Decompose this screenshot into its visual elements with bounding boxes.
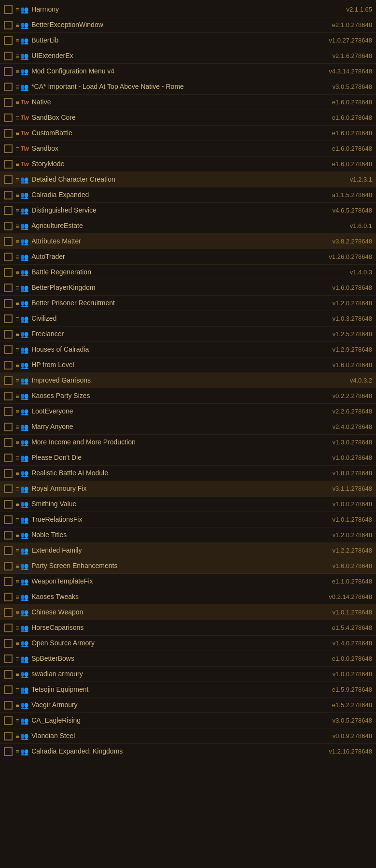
mod-row[interactable]: ≡👥WeaponTemplateFixe1.1.0.278648 bbox=[0, 574, 376, 589]
mod-checkbox[interactable] bbox=[4, 608, 13, 617]
mod-row[interactable]: ≡👥Distinguished Servicev4.6.5.278648 bbox=[0, 203, 376, 218]
mod-checkbox[interactable] bbox=[4, 732, 13, 740]
mod-row[interactable]: ≡👥Mod Configuration Menu v4v4.3.14.27864… bbox=[0, 64, 376, 79]
mod-checkbox[interactable] bbox=[4, 392, 13, 400]
mod-row[interactable]: ≡👥Vlandian Steelv0.0.9.278648 bbox=[0, 728, 376, 744]
mod-row[interactable]: ≡👥swadian armouryv1.0.0.278648 bbox=[0, 667, 376, 682]
mod-row[interactable]: ≡👥Chinese Weaponv1.0.1.278648 bbox=[0, 605, 376, 620]
mod-row[interactable]: ≡👥Freelancerv1.2.5.278648 bbox=[0, 327, 376, 342]
mod-checkbox[interactable] bbox=[4, 685, 13, 694]
mod-checkbox[interactable] bbox=[4, 469, 13, 478]
mod-row[interactable]: ≡👥BetterExceptionWindowe2.1.0.278648 bbox=[0, 17, 376, 33]
mod-row[interactable]: ≡👥Party Screen Enhancementsv1.6.0.278648 bbox=[0, 558, 376, 574]
mod-row[interactable]: ≡👥Harmonyv2.1.1.65 bbox=[0, 2, 376, 17]
drag-icon: ≡ bbox=[15, 129, 18, 137]
mod-row[interactable]: ≡👥Marry Anyonev2.4.0.278648 bbox=[0, 419, 376, 435]
mod-row[interactable]: ≡👥BetterPlayerKingdomv1.6.0.278648 bbox=[0, 280, 376, 296]
mod-row[interactable]: ≡👥LootEveryonev2.2.6.278648 bbox=[0, 404, 376, 419]
mod-row[interactable]: ≡👥Smithing Valuev1.0.0.278648 bbox=[0, 497, 376, 512]
mod-checkbox[interactable] bbox=[4, 222, 13, 230]
mod-row[interactable]: ≡👥Realistic Battle AI Modulev1.8.8.27864… bbox=[0, 466, 376, 481]
mod-checkbox[interactable] bbox=[4, 639, 13, 648]
mod-checkbox[interactable] bbox=[4, 454, 13, 462]
mod-checkbox[interactable] bbox=[4, 299, 13, 308]
mod-row[interactable]: ≡👥UIExtenderExv2.1.6.278648 bbox=[0, 48, 376, 64]
mod-row[interactable]: ≡👥HP from Levelv1.6.0.278648 bbox=[0, 357, 376, 373]
mod-row[interactable]: ≡TwSandboxe1.6.0.278648 bbox=[0, 141, 376, 157]
mod-row[interactable]: ≡👥Royal Armoury Fixv3.1.1.278648 bbox=[0, 481, 376, 497]
mod-checkbox[interactable] bbox=[4, 67, 13, 76]
mod-row[interactable]: ≡👥Attributes Matterv3.8.2.278648 bbox=[0, 234, 376, 249]
mod-checkbox[interactable] bbox=[4, 345, 13, 354]
mod-row[interactable]: ≡👥Kaoses Tweaksv0.2.14.278648 bbox=[0, 589, 376, 605]
mod-checkbox[interactable] bbox=[4, 407, 13, 416]
mod-row[interactable]: ≡👥Tetsojin Equipmente1.5.9.278648 bbox=[0, 682, 376, 697]
mod-checkbox[interactable] bbox=[4, 562, 13, 570]
mod-checkbox[interactable] bbox=[4, 191, 13, 199]
mod-row[interactable]: ≡👥AgricultureEstatev1.6.0.1 bbox=[0, 218, 376, 234]
mod-row[interactable]: ≡👥Calradia Expandeda1.1.5.278648 bbox=[0, 187, 376, 203]
mod-checkbox[interactable] bbox=[4, 114, 13, 122]
mod-checkbox[interactable] bbox=[4, 593, 13, 601]
mod-checkbox[interactable] bbox=[4, 531, 13, 540]
mod-checkbox[interactable] bbox=[4, 21, 13, 29]
mod-checkbox[interactable] bbox=[4, 175, 13, 184]
mod-checkbox[interactable] bbox=[4, 670, 13, 679]
mod-row[interactable]: ≡👥Noble Titlesv1.2.0.278648 bbox=[0, 527, 376, 543]
mod-row[interactable]: ≡👥Please Don't Diev1.0.0.278648 bbox=[0, 450, 376, 466]
mod-row[interactable]: ≡👥HorseCaparisonse1.5.4.278648 bbox=[0, 620, 376, 636]
mod-checkbox[interactable] bbox=[4, 52, 13, 60]
mod-row[interactable]: ≡👥Open Source Armoryv1.4.0.278648 bbox=[0, 636, 376, 651]
mod-row[interactable]: ≡TwCustomBattlee1.6.0.278648 bbox=[0, 126, 376, 141]
mod-checkbox[interactable] bbox=[4, 500, 13, 509]
mod-checkbox[interactable] bbox=[4, 484, 13, 493]
mod-row[interactable]: ≡👥Calradia Expanded: Kingdomsv1.2.16.278… bbox=[0, 744, 376, 759]
mod-checkbox[interactable] bbox=[4, 438, 13, 447]
mod-checkbox[interactable] bbox=[4, 5, 13, 14]
mod-row[interactable]: ≡TwNativee1.6.0.278648 bbox=[0, 95, 376, 110]
mod-row[interactable]: ≡👥*CA* Important - Load At Top Above Nat… bbox=[0, 79, 376, 95]
mod-row[interactable]: ≡👥Kaoses Party Sizesv0.2.2.278648 bbox=[0, 388, 376, 404]
mod-checkbox[interactable] bbox=[4, 747, 13, 756]
mod-row[interactable]: ≡👥Detailed Character Creationv1.2.3.1 bbox=[0, 172, 376, 187]
mod-row[interactable]: ≡TwSandBox Coree1.6.0.278648 bbox=[0, 110, 376, 126]
mod-row[interactable]: ≡👥ButterLibv1.0.27.278648 bbox=[0, 33, 376, 48]
mod-checkbox[interactable] bbox=[4, 206, 13, 215]
mod-checkbox[interactable] bbox=[4, 376, 13, 385]
mod-row[interactable]: ≡👥Vaegir Armourye1.5.2.278648 bbox=[0, 697, 376, 713]
mod-row[interactable]: ≡👥TrueRelationsFixv1.0.1.278648 bbox=[0, 512, 376, 527]
mod-checkbox[interactable] bbox=[4, 36, 13, 45]
mod-row[interactable]: ≡👥AutoTraderv1.26.0.278648 bbox=[0, 249, 376, 265]
mod-checkbox[interactable] bbox=[4, 268, 13, 277]
mod-checkbox[interactable] bbox=[4, 361, 13, 370]
mod-checkbox[interactable] bbox=[4, 98, 13, 107]
mod-checkbox[interactable] bbox=[4, 716, 13, 725]
mod-row[interactable]: ≡👥Improved Garrisonsv4.0.3.2 bbox=[0, 373, 376, 388]
mod-checkbox[interactable] bbox=[4, 284, 13, 292]
mod-row[interactable]: ≡👥More Income and More Productionv1.3.0.… bbox=[0, 435, 376, 450]
mod-row[interactable]: ≡👥Battle Regenerationv1.4.0.3 bbox=[0, 265, 376, 280]
mod-checkbox[interactable] bbox=[4, 83, 13, 91]
mod-checkbox[interactable] bbox=[4, 330, 13, 339]
mod-row[interactable]: ≡👥Civilizedv1.0.3.278648 bbox=[0, 311, 376, 327]
mod-row[interactable]: ≡👥Extended Familyv1.2.2.278648 bbox=[0, 543, 376, 558]
mod-checkbox[interactable] bbox=[4, 515, 13, 524]
mod-checkbox[interactable] bbox=[4, 237, 13, 246]
group-icon: 👥 bbox=[20, 68, 28, 75]
mod-checkbox[interactable] bbox=[4, 423, 13, 431]
mod-checkbox[interactable] bbox=[4, 144, 13, 153]
mod-row[interactable]: ≡TwStoryModee1.6.0.278648 bbox=[0, 157, 376, 172]
mod-checkbox[interactable] bbox=[4, 314, 13, 323]
mod-checkbox[interactable] bbox=[4, 546, 13, 555]
mod-checkbox[interactable] bbox=[4, 577, 13, 586]
mod-checkbox[interactable] bbox=[4, 253, 13, 261]
mod-checkbox[interactable] bbox=[4, 129, 13, 138]
mod-row[interactable]: ≡👥Houses of Calradiav1.2.9.278648 bbox=[0, 342, 376, 357]
mod-checkbox[interactable] bbox=[4, 624, 13, 632]
mod-checkbox[interactable] bbox=[4, 655, 13, 663]
mod-checkbox[interactable] bbox=[4, 701, 13, 710]
mod-row[interactable]: ≡👥SpBetterBowse1.0.0.278648 bbox=[0, 651, 376, 667]
mod-checkbox[interactable] bbox=[4, 160, 13, 169]
mod-row[interactable]: ≡👥Better Prisoner Recruitmentv1.2.0.2786… bbox=[0, 296, 376, 311]
mod-row[interactable]: ≡👥CA_EagleRisingv3.0.5.278648 bbox=[0, 713, 376, 728]
